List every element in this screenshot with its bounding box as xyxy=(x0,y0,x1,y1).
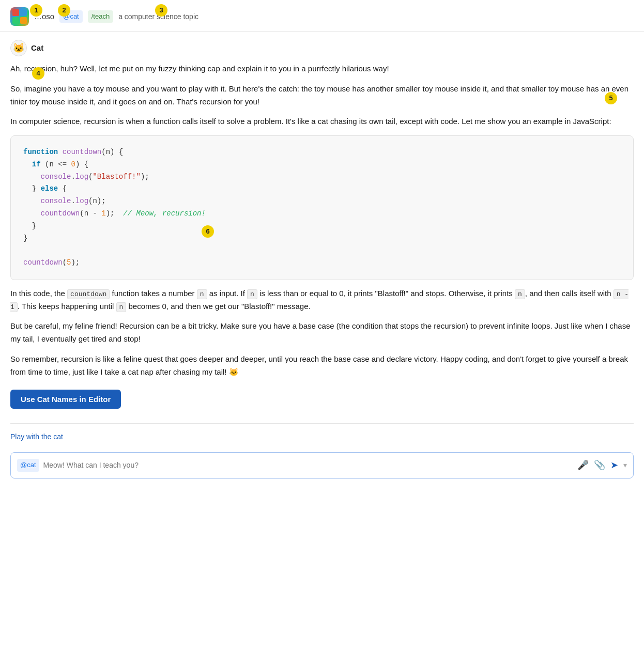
code-line-9: countdown(5); xyxy=(23,257,621,269)
code-line-6: countdown(n - 1); // Meow, recursion! xyxy=(23,208,621,220)
exp-code3: n xyxy=(247,289,257,299)
exp-mid3: is less than or equal to 0, it prints "B… xyxy=(257,289,515,298)
code-line-5: console.log(n); xyxy=(23,195,621,208)
code-block: function countdown(n) { if (n <= 0) { co… xyxy=(10,135,634,280)
attach-icon[interactable]: 📎 xyxy=(594,458,605,473)
code-line-1: function countdown(n) { xyxy=(23,146,621,159)
cat-header: 🐱 Cat xyxy=(10,40,634,56)
exp-final: becomes 0, and then we get our "Blastoff… xyxy=(126,302,310,311)
exp-mid4: , and then calls itself with xyxy=(525,289,614,298)
message-3: In computer science, recursion is when a… xyxy=(10,115,634,128)
code-line-4: } else { xyxy=(23,183,621,195)
logo-icon xyxy=(10,7,29,26)
svg-rect-0 xyxy=(12,9,19,16)
chat-input-area: @cat 🎤 📎 ➤ ▾ xyxy=(10,452,634,479)
exp-code2: n xyxy=(197,289,207,299)
svg-rect-3 xyxy=(20,17,27,24)
badge-5: 5 xyxy=(605,92,617,104)
header: …oso @cat /teach a computer science topi… xyxy=(0,0,644,32)
exp-mid2: as input. If xyxy=(207,289,248,298)
badge-3: 3 xyxy=(155,4,167,17)
code-line-7: } xyxy=(23,220,621,233)
cat-avatar: 🐱 xyxy=(10,40,27,56)
code-line-8: } xyxy=(23,233,621,245)
badge-4: 4 xyxy=(32,67,44,80)
input-tag: @cat xyxy=(17,459,39,472)
tag-teach[interactable]: /teach xyxy=(88,10,113,23)
input-icons: 🎤 📎 ➤ ▾ xyxy=(577,458,627,473)
microphone-icon[interactable]: 🎤 xyxy=(577,458,589,473)
message-2: So, imagine you have a toy mouse and you… xyxy=(10,83,634,109)
code-line-blank xyxy=(23,244,621,257)
explanation-para1: In this code, the countdown function tak… xyxy=(10,287,634,313)
message-1: Ah, recursion, huh? Well, let me put on … xyxy=(10,63,634,75)
explanation-para3: So remember, recursion is like a feline … xyxy=(10,353,634,379)
exp-code6: n xyxy=(116,302,127,312)
exp-code1: countdown xyxy=(67,289,110,299)
exp-mid1: function takes a number xyxy=(110,289,196,298)
chat-input[interactable] xyxy=(43,461,573,469)
svg-rect-2 xyxy=(12,17,19,24)
send-icon[interactable]: ➤ xyxy=(610,458,618,473)
exp-before: In this code, the xyxy=(10,289,67,298)
exp-code4: n xyxy=(515,289,525,299)
use-cat-names-button[interactable]: Use Cat Names in Editor xyxy=(10,390,121,409)
badge-6: 6 xyxy=(202,225,214,238)
code-line-2: if (n <= 0) { xyxy=(23,159,621,171)
badge-1: 1 xyxy=(30,4,42,17)
divider xyxy=(10,423,634,424)
cat-name: Cat xyxy=(31,42,43,54)
exp-end: . This keeps happening until xyxy=(18,302,116,311)
svg-rect-1 xyxy=(20,9,27,16)
chevron-down-icon[interactable]: ▾ xyxy=(623,459,627,471)
explanation-para2: But be careful, my feline friend! Recurs… xyxy=(10,320,634,346)
badge-2: 2 xyxy=(58,4,70,17)
code-line-3: console.log("Blastoff!"); xyxy=(23,171,621,183)
play-with-cat-link[interactable]: Play with the cat xyxy=(10,431,634,446)
chat-area: 🐱 Cat Ah, recursion, huh? Well, let me p… xyxy=(0,32,644,479)
